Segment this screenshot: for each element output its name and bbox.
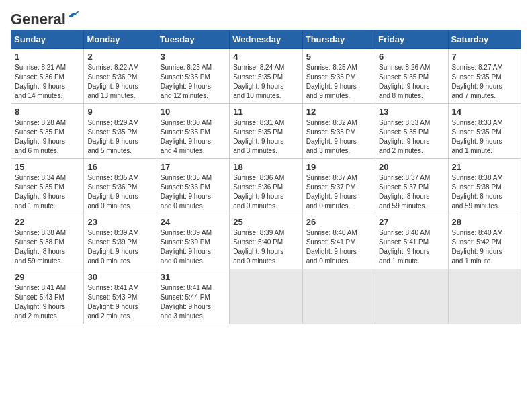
- logo-bird-icon: [67, 10, 82, 22]
- day-info: Sunrise: 8:41 AM Sunset: 5:43 PM Dayligh…: [15, 283, 80, 321]
- calendar-cell-3: 3Sunrise: 8:23 AM Sunset: 5:35 PM Daylig…: [157, 49, 229, 104]
- day-info: Sunrise: 8:35 AM Sunset: 5:36 PM Dayligh…: [87, 173, 152, 211]
- day-number: 21: [452, 162, 517, 172]
- weekday-header-monday: Monday: [84, 30, 157, 49]
- calendar-cell-empty: [230, 269, 302, 324]
- day-number: 17: [161, 162, 226, 172]
- calendar-cell-21: 21Sunrise: 8:38 AM Sunset: 5:38 PM Dayli…: [448, 159, 521, 214]
- day-number: 2: [87, 52, 152, 62]
- calendar-cell-20: 20Sunrise: 8:37 AM Sunset: 5:37 PM Dayli…: [375, 159, 448, 214]
- logo: General: [11, 11, 82, 24]
- calendar-cell-28: 28Sunrise: 8:40 AM Sunset: 5:42 PM Dayli…: [448, 214, 521, 269]
- calendar-cell-12: 12Sunrise: 8:32 AM Sunset: 5:35 PM Dayli…: [302, 104, 375, 159]
- page-header: General: [11, 11, 521, 24]
- day-info: Sunrise: 8:31 AM Sunset: 5:35 PM Dayligh…: [233, 118, 298, 156]
- day-info: Sunrise: 8:24 AM Sunset: 5:35 PM Dayligh…: [233, 63, 298, 101]
- day-info: Sunrise: 8:34 AM Sunset: 5:35 PM Dayligh…: [15, 173, 80, 211]
- calendar-week-row-4: 22Sunrise: 8:38 AM Sunset: 5:38 PM Dayli…: [11, 214, 521, 269]
- calendar-cell-2: 2Sunrise: 8:22 AM Sunset: 5:36 PM Daylig…: [84, 49, 157, 104]
- calendar-cell-9: 9Sunrise: 8:29 AM Sunset: 5:35 PM Daylig…: [84, 104, 157, 159]
- day-info: Sunrise: 8:39 AM Sunset: 5:39 PM Dayligh…: [161, 228, 226, 266]
- calendar-cell-22: 22Sunrise: 8:38 AM Sunset: 5:38 PM Dayli…: [11, 214, 84, 269]
- day-info: Sunrise: 8:38 AM Sunset: 5:38 PM Dayligh…: [15, 228, 80, 266]
- day-info: Sunrise: 8:29 AM Sunset: 5:35 PM Dayligh…: [87, 118, 152, 156]
- calendar-cell-16: 16Sunrise: 8:35 AM Sunset: 5:36 PM Dayli…: [84, 159, 157, 214]
- day-number: 10: [161, 107, 226, 117]
- weekday-header-wednesday: Wednesday: [230, 30, 302, 49]
- day-number: 5: [306, 52, 371, 62]
- weekday-header-saturday: Saturday: [448, 30, 521, 49]
- calendar-cell-19: 19Sunrise: 8:37 AM Sunset: 5:37 PM Dayli…: [302, 159, 375, 214]
- calendar-week-row-1: 1Sunrise: 8:21 AM Sunset: 5:36 PM Daylig…: [11, 49, 521, 104]
- day-info: Sunrise: 8:41 AM Sunset: 5:43 PM Dayligh…: [87, 283, 152, 321]
- day-number: 19: [306, 162, 371, 172]
- day-info: Sunrise: 8:25 AM Sunset: 5:35 PM Dayligh…: [306, 63, 371, 101]
- day-info: Sunrise: 8:21 AM Sunset: 5:36 PM Dayligh…: [15, 63, 80, 101]
- calendar-cell-18: 18Sunrise: 8:36 AM Sunset: 5:36 PM Dayli…: [230, 159, 302, 214]
- calendar-cell-5: 5Sunrise: 8:25 AM Sunset: 5:35 PM Daylig…: [302, 49, 375, 104]
- calendar-week-row-5: 29Sunrise: 8:41 AM Sunset: 5:43 PM Dayli…: [11, 269, 521, 324]
- day-number: 26: [306, 217, 371, 227]
- day-info: Sunrise: 8:26 AM Sunset: 5:35 PM Dayligh…: [379, 63, 444, 101]
- calendar-cell-10: 10Sunrise: 8:30 AM Sunset: 5:35 PM Dayli…: [157, 104, 229, 159]
- day-info: Sunrise: 8:28 AM Sunset: 5:35 PM Dayligh…: [15, 118, 80, 156]
- day-info: Sunrise: 8:37 AM Sunset: 5:37 PM Dayligh…: [379, 173, 444, 211]
- calendar-week-row-2: 8Sunrise: 8:28 AM Sunset: 5:35 PM Daylig…: [11, 104, 521, 159]
- day-number: 9: [87, 107, 152, 117]
- day-number: 8: [15, 107, 80, 117]
- day-number: 14: [452, 107, 517, 117]
- calendar-cell-13: 13Sunrise: 8:33 AM Sunset: 5:35 PM Dayli…: [375, 104, 448, 159]
- calendar-cell-30: 30Sunrise: 8:41 AM Sunset: 5:43 PM Dayli…: [84, 269, 157, 324]
- day-info: Sunrise: 8:41 AM Sunset: 5:44 PM Dayligh…: [161, 283, 226, 321]
- calendar-cell-empty: [448, 269, 521, 324]
- day-info: Sunrise: 8:40 AM Sunset: 5:42 PM Dayligh…: [452, 228, 517, 266]
- day-number: 13: [379, 107, 444, 117]
- day-number: 31: [161, 272, 226, 282]
- day-number: 6: [379, 52, 444, 62]
- calendar-cell-26: 26Sunrise: 8:40 AM Sunset: 5:41 PM Dayli…: [302, 214, 375, 269]
- day-number: 25: [233, 217, 298, 227]
- calendar-cell-4: 4Sunrise: 8:24 AM Sunset: 5:35 PM Daylig…: [230, 49, 302, 104]
- calendar-cell-empty: [302, 269, 375, 324]
- calendar-cell-1: 1Sunrise: 8:21 AM Sunset: 5:36 PM Daylig…: [11, 49, 84, 104]
- day-number: 28: [452, 217, 517, 227]
- weekday-header-friday: Friday: [375, 30, 448, 49]
- calendar-cell-empty: [375, 269, 448, 324]
- calendar-cell-23: 23Sunrise: 8:39 AM Sunset: 5:39 PM Dayli…: [84, 214, 157, 269]
- day-number: 3: [161, 52, 226, 62]
- day-number: 4: [233, 52, 298, 62]
- calendar-cell-27: 27Sunrise: 8:40 AM Sunset: 5:41 PM Dayli…: [375, 214, 448, 269]
- day-info: Sunrise: 8:22 AM Sunset: 5:36 PM Dayligh…: [87, 63, 152, 101]
- day-info: Sunrise: 8:40 AM Sunset: 5:41 PM Dayligh…: [306, 228, 371, 266]
- day-number: 16: [87, 162, 152, 172]
- day-number: 15: [15, 162, 80, 172]
- weekday-header-thursday: Thursday: [302, 30, 375, 49]
- day-info: Sunrise: 8:35 AM Sunset: 5:36 PM Dayligh…: [161, 173, 226, 211]
- day-info: Sunrise: 8:40 AM Sunset: 5:41 PM Dayligh…: [379, 228, 444, 266]
- day-number: 12: [306, 107, 371, 117]
- weekday-header-tuesday: Tuesday: [157, 30, 229, 49]
- calendar-cell-8: 8Sunrise: 8:28 AM Sunset: 5:35 PM Daylig…: [11, 104, 84, 159]
- calendar-cell-15: 15Sunrise: 8:34 AM Sunset: 5:35 PM Dayli…: [11, 159, 84, 214]
- calendar-cell-31: 31Sunrise: 8:41 AM Sunset: 5:44 PM Dayli…: [157, 269, 229, 324]
- weekday-header-row: SundayMondayTuesdayWednesdayThursdayFrid…: [11, 30, 521, 49]
- day-info: Sunrise: 8:39 AM Sunset: 5:40 PM Dayligh…: [233, 228, 298, 266]
- calendar-cell-25: 25Sunrise: 8:39 AM Sunset: 5:40 PM Dayli…: [230, 214, 302, 269]
- day-info: Sunrise: 8:33 AM Sunset: 5:35 PM Dayligh…: [379, 118, 444, 156]
- calendar-cell-7: 7Sunrise: 8:27 AM Sunset: 5:35 PM Daylig…: [448, 49, 521, 104]
- logo-general: General: [11, 11, 66, 28]
- day-number: 7: [452, 52, 517, 62]
- day-info: Sunrise: 8:32 AM Sunset: 5:35 PM Dayligh…: [306, 118, 371, 156]
- calendar-table: SundayMondayTuesdayWednesdayThursdayFrid…: [11, 30, 521, 324]
- day-number: 29: [15, 272, 80, 282]
- day-info: Sunrise: 8:39 AM Sunset: 5:39 PM Dayligh…: [87, 228, 152, 266]
- weekday-header-sunday: Sunday: [11, 30, 84, 49]
- day-info: Sunrise: 8:27 AM Sunset: 5:35 PM Dayligh…: [452, 63, 517, 101]
- day-number: 23: [87, 217, 152, 227]
- day-number: 18: [233, 162, 298, 172]
- day-info: Sunrise: 8:30 AM Sunset: 5:35 PM Dayligh…: [161, 118, 226, 156]
- day-number: 20: [379, 162, 444, 172]
- calendar-cell-6: 6Sunrise: 8:26 AM Sunset: 5:35 PM Daylig…: [375, 49, 448, 104]
- day-info: Sunrise: 8:36 AM Sunset: 5:36 PM Dayligh…: [233, 173, 298, 211]
- day-info: Sunrise: 8:33 AM Sunset: 5:35 PM Dayligh…: [452, 118, 517, 156]
